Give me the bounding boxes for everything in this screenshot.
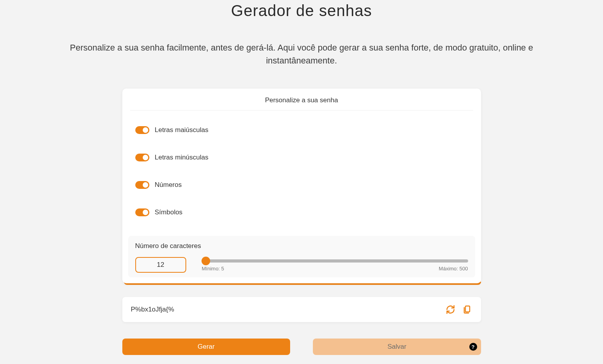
length-max-label: Máximo: 500 bbox=[439, 266, 468, 272]
page-description: Personalize a sua senha facilmente, ante… bbox=[37, 41, 566, 67]
page-title: Gerador de senhas bbox=[27, 0, 576, 20]
copy-icon bbox=[462, 305, 472, 314]
length-section: Número de caracteres Mínimo: 5 Máximo: 5… bbox=[128, 236, 475, 277]
length-input[interactable] bbox=[135, 257, 186, 273]
toggle-uppercase[interactable] bbox=[135, 126, 149, 134]
toggle-row-uppercase: Letras maiúsculas bbox=[128, 126, 475, 134]
card-header: Personalize a sua senha bbox=[130, 96, 473, 110]
toggle-symbols-label: Símbolos bbox=[155, 208, 183, 216]
length-min-label: Mínimo: 5 bbox=[202, 266, 224, 272]
toggle-uppercase-label: Letras maiúsculas bbox=[155, 126, 209, 134]
toggle-row-lowercase: Letras minúsculas bbox=[128, 154, 475, 161]
toggle-row-symbols: Símbolos bbox=[128, 208, 475, 216]
svg-rect-0 bbox=[465, 306, 470, 312]
save-button[interactable]: Salvar ? bbox=[313, 339, 481, 355]
toggle-row-numbers: Números bbox=[128, 181, 475, 189]
toggle-lowercase[interactable] bbox=[135, 154, 149, 161]
refresh-icon bbox=[446, 305, 455, 314]
password-output: P%bx1oJfja{% bbox=[131, 306, 445, 313]
toggle-numbers-label: Números bbox=[155, 181, 182, 189]
toggle-numbers[interactable] bbox=[135, 181, 149, 189]
action-buttons: Gerar Salvar ? bbox=[122, 339, 481, 363]
refresh-button[interactable] bbox=[445, 304, 456, 315]
length-slider-wrapper: Mínimo: 5 Máximo: 500 bbox=[202, 257, 468, 272]
settings-card: Personalize a sua senha Letras maiúscula… bbox=[122, 89, 481, 283]
length-title: Número de caracteres bbox=[135, 242, 468, 250]
generate-button[interactable]: Gerar bbox=[122, 339, 291, 355]
length-slider[interactable] bbox=[202, 259, 468, 263]
help-icon[interactable]: ? bbox=[469, 343, 477, 351]
save-button-label: Salvar bbox=[387, 343, 406, 350]
password-output-bar: P%bx1oJfja{% bbox=[122, 297, 481, 322]
toggle-symbols[interactable] bbox=[135, 208, 149, 216]
copy-button[interactable] bbox=[461, 304, 472, 315]
length-slider-thumb[interactable] bbox=[202, 257, 210, 265]
toggle-lowercase-label: Letras minúsculas bbox=[155, 154, 209, 161]
